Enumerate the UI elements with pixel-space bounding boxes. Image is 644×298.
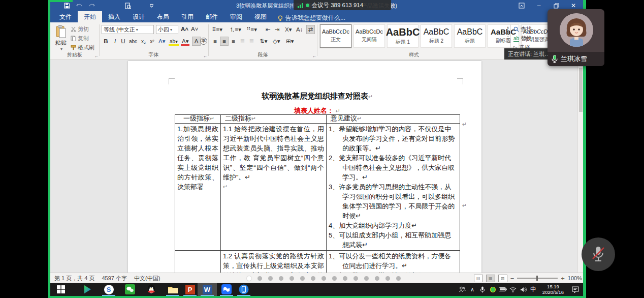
sort-button[interactable]: A↓ [295,25,304,34]
page-indicator[interactable]: 第 1 页，共 4 页 [54,275,94,282]
cell-level2[interactable]: 1.1 始终把政治建设摆在首位，用习近平新时代中国特色社会主义思想武装党员头脑、… [221,124,327,251]
tab-insert[interactable]: 插入 [102,11,126,22]
find-button[interactable]: 查找 [513,25,532,33]
copy-button[interactable]: 复制 [71,35,89,42]
font-size-combo[interactable]: 小四▾ [156,25,178,34]
tab-references[interactable]: 引用 [175,11,200,22]
distribute-button[interactable]: ≣ [247,37,256,46]
language-indicator[interactable]: 中文(中国) [134,275,160,282]
borders-button[interactable]: ⊞▾ [285,37,295,46]
taskbar-powerpoint[interactable]: P [180,283,200,296]
format-painter-button[interactable]: 格式刷 [71,44,94,51]
bold-button[interactable]: B [102,37,110,46]
highlight-color-button[interactable]: ab▾ [169,37,179,46]
cell-level1[interactable] [175,251,221,273]
participant-video-tile[interactable]: 兰琪冰雪 [548,9,604,66]
text-effects-button[interactable]: A▾ [157,37,166,46]
decrease-indent-button[interactable]: ⇤ [264,25,272,34]
start-button[interactable] [51,283,71,296]
zoom-out-button[interactable]: − [510,275,514,282]
zoom-in-button[interactable]: + [561,275,565,282]
web-layout-button[interactable]: ▧ [498,275,507,282]
justify-button[interactable]: ≣ [238,37,247,46]
zoom-percent[interactable]: 100% [568,275,582,281]
save-icon[interactable] [63,2,71,9]
character-shading-button[interactable]: A [192,37,201,46]
taskbar-sogou-browser[interactable]: S [99,283,118,296]
wifi-icon[interactable] [508,283,518,296]
style-no-spacing[interactable]: AaBbCcDc无间隔 [353,24,385,48]
strikethrough-button[interactable]: abc [128,37,138,46]
align-right-button[interactable]: ≡ [229,37,238,46]
asian-layout-button[interactable]: X▾ [284,25,293,34]
shrink-font-button[interactable]: A˅ [190,24,199,34]
vertical-scrollbar[interactable]: ▲ [577,60,583,273]
zoom-slider[interactable] [517,278,558,279]
clipboard-dialog-launcher-icon[interactable]: ⌐ [95,53,98,58]
tray-mic-icon[interactable] [477,283,488,296]
cell-level2[interactable]: 1.2 认真贯彻落实党的路线方针政策，宣传执行上级党组织及本支部的决议，支部党员… [221,251,327,273]
taskbar-phone-app[interactable] [234,283,253,296]
cell-suggestions[interactable]: 1、希望能够增加学习的内容，不仅仅是中央发布的学习文件，还有党对目前形势的政策等… [327,124,460,251]
font-name-combo[interactable]: 等线 (中文正▾ [102,25,154,34]
shading-button[interactable]: ◇▾ [272,37,281,46]
taskbar-file-explorer[interactable] [163,283,182,296]
taskbar-wechat[interactable] [120,283,140,296]
undo-icon[interactable] [76,2,83,9]
taskbar-word-active[interactable]: W [198,283,217,296]
read-mode-button[interactable]: ▤ [474,275,483,282]
ribbon-display-options-icon[interactable] [513,0,530,11]
multilevel-list-button[interactable]: ⠛≡▾ [245,25,258,34]
style-heading2[interactable]: AaBbC标题 2 [421,24,452,48]
tab-layout[interactable]: 布局 [151,11,175,22]
line-spacing-button[interactable]: ⇅▾ [259,37,268,46]
tab-mailings[interactable]: 邮件 [200,11,224,22]
taskbar-tencent-meeting[interactable] [217,283,236,296]
tray-expand-icon[interactable]: ∧ [467,283,477,296]
align-left-button[interactable]: ≡ [211,37,219,46]
taskbar-clock[interactable]: 15:19 2020/5/16 [538,284,568,295]
zoom-slider-thumb[interactable] [536,276,538,281]
italic-button[interactable]: I [111,37,119,46]
paste-button[interactable]: 粘贴 ▾ [52,23,70,51]
speaker-icon[interactable] [518,283,528,296]
battery-icon[interactable] [498,283,508,296]
styles-gallery-scroll[interactable]: ▴▾▾ [507,25,509,41]
cut-button[interactable]: 剪切 [71,25,89,33]
redo-icon[interactable] [88,2,95,9]
word-count[interactable]: 4597 个字 [102,275,127,282]
ime-indicator[interactable]: 中 [528,283,538,296]
tell-me-box[interactable]: 告诉我您想要做什么... [278,14,345,22]
align-center-button[interactable]: ≡ [220,37,229,46]
increase-indent-button[interactable]: ⇥ [273,25,281,34]
style-title[interactable]: AaBbC标题 [454,24,486,48]
taskbar-media-player[interactable] [78,283,97,296]
cell-suggestions[interactable]: 1、可以分发一些相关的纸质资料，方便各位同志们进行学习。↵ 2、加强学习强国学习… [327,251,460,273]
minimize-button[interactable]: – [530,0,548,11]
tab-design[interactable]: 设计 [126,11,151,22]
style-heading1[interactable]: AaBbC标题 1 [387,24,418,48]
people-icon[interactable] [457,283,467,296]
taskbar-qq[interactable] [142,283,161,296]
enclose-characters-button[interactable]: 字 [200,38,207,45]
bullets-button[interactable]: ⠿≡▾ [211,25,223,34]
superscript-button[interactable]: x² [148,37,156,46]
style-normal[interactable]: AaBbCcDc正文 [320,24,351,48]
document-page[interactable]: 软弱涣散基层党组织排查对照表↵ 填表人姓名： ↵ ↵ ↵ 一级指标↵ 二级指标↵… [128,61,481,273]
tab-home[interactable]: 开始 [78,11,102,22]
replace-button[interactable]: ab 替换 [513,35,532,42]
subscript-button[interactable]: x₂ [139,37,148,46]
underline-button[interactable]: U [119,37,127,46]
font-color-button[interactable]: A▾ [181,37,189,46]
paragraph-dialog-launcher-icon[interactable]: ⌐ [313,53,316,58]
action-center-icon[interactable] [568,283,583,296]
font-dialog-launcher-icon[interactable]: ⌐ [204,53,207,58]
tab-view[interactable]: 视图 [248,11,273,22]
show-hide-marks-button[interactable]: ⇄ [306,25,315,34]
print-layout-button[interactable]: ▦ [486,275,495,282]
meeting-id-badge[interactable]: 会议号 389 613 914 [294,0,391,10]
tab-file[interactable]: 文件 [53,11,78,22]
tab-review[interactable]: 审阅 [224,11,248,22]
scrollbar-thumb[interactable] [579,68,583,112]
mic-muted-button[interactable] [582,237,615,271]
